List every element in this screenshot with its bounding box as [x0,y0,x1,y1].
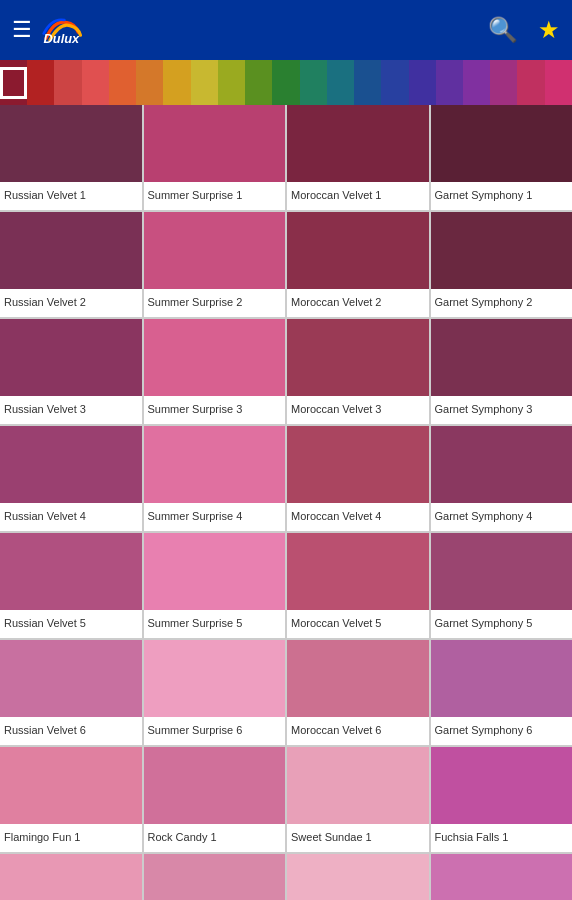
color-swatch [431,640,573,717]
color-swatch [287,319,429,396]
color-label: Summer Surprise 6 [144,717,286,745]
color-label: Russian Velvet 3 [0,396,142,424]
color-cell[interactable]: Sweet Sundae 2 [287,854,429,900]
color-cell[interactable]: Moroccan Velvet 3 [287,319,429,424]
color-strip-segment[interactable] [327,60,354,105]
color-swatch [287,105,429,182]
color-cell[interactable]: Flamingo Fun 1 [0,747,142,852]
color-swatch [431,426,573,503]
color-label: Moroccan Velvet 5 [287,610,429,638]
color-strip-segment[interactable] [245,60,272,105]
color-cell[interactable]: Summer Surprise 4 [144,426,286,531]
color-cell[interactable]: Fuchsia Falls 1 [431,747,573,852]
color-strip-segment[interactable] [82,60,109,105]
color-label: Garnet Symphony 6 [431,717,573,745]
color-swatch [0,747,142,824]
color-label: Russian Velvet 6 [0,717,142,745]
color-swatch [0,426,142,503]
menu-icon[interactable]: ☰ [12,17,32,43]
color-label: Summer Surprise 2 [144,289,286,317]
color-cell[interactable]: Moroccan Velvet 6 [287,640,429,745]
color-cell[interactable]: Flamingo Fun 2 [0,854,142,900]
svg-text:Dulux: Dulux [44,31,80,45]
header-icons: 🔍 ★ [488,16,560,44]
color-swatch [144,533,286,610]
color-cell[interactable]: Summer Surprise 2 [144,212,286,317]
color-cell[interactable]: Rock Candy 1 [144,747,286,852]
color-label: Fuchsia Falls 1 [431,824,573,852]
color-strip-segment[interactable] [354,60,381,105]
color-swatch [144,212,286,289]
color-label: Russian Velvet 5 [0,610,142,638]
color-label: Summer Surprise 5 [144,610,286,638]
color-strip-segment[interactable] [545,60,572,105]
strip-selector-box [0,67,27,99]
color-label: Summer Surprise 4 [144,503,286,531]
color-strip-segment[interactable] [109,60,136,105]
color-label: Russian Velvet 1 [0,182,142,210]
color-cell[interactable]: Moroccan Velvet 1 [287,105,429,210]
color-swatch [431,105,573,182]
color-strip-segment[interactable] [54,60,81,105]
color-cell[interactable]: Garnet Symphony 1 [431,105,573,210]
color-strip-segment[interactable] [163,60,190,105]
color-cell[interactable]: Russian Velvet 6 [0,640,142,745]
color-label: Summer Surprise 3 [144,396,286,424]
color-swatch [144,640,286,717]
color-cell[interactable]: Russian Velvet 1 [0,105,142,210]
color-label: Moroccan Velvet 1 [287,182,429,210]
color-strip-segment[interactable] [272,60,299,105]
favorites-icon[interactable]: ★ [538,16,560,44]
color-strip-segment[interactable] [218,60,245,105]
color-cell[interactable]: Summer Surprise 3 [144,319,286,424]
color-cell[interactable]: Russian Velvet 3 [0,319,142,424]
search-icon[interactable]: 🔍 [488,16,518,44]
color-swatch [287,854,429,900]
color-label: Moroccan Velvet 4 [287,503,429,531]
color-cell[interactable]: Russian Velvet 2 [0,212,142,317]
color-strip-segment[interactable] [490,60,517,105]
color-cell[interactable]: Garnet Symphony 2 [431,212,573,317]
color-cell[interactable]: Garnet Symphony 6 [431,640,573,745]
color-cell[interactable]: Summer Surprise 6 [144,640,286,745]
color-cell[interactable]: Garnet Symphony 4 [431,426,573,531]
color-cell[interactable]: Sweet Sundae 1 [287,747,429,852]
color-swatch [431,747,573,824]
color-swatch [0,854,142,900]
color-swatch [287,533,429,610]
color-strip-segment[interactable] [0,60,27,105]
color-label: Moroccan Velvet 2 [287,289,429,317]
color-cell[interactable]: Russian Velvet 4 [0,426,142,531]
color-cell[interactable]: Russian Velvet 5 [0,533,142,638]
color-label: Russian Velvet 2 [0,289,142,317]
color-swatch [0,319,142,396]
color-cell[interactable]: Fuchsia Falls 2 [431,854,573,900]
color-cell[interactable]: Moroccan Velvet 4 [287,426,429,531]
color-strip-segment[interactable] [191,60,218,105]
color-swatch [144,426,286,503]
color-swatch [144,319,286,396]
color-cell[interactable]: Garnet Symphony 5 [431,533,573,638]
color-cell[interactable]: Moroccan Velvet 2 [287,212,429,317]
color-strip[interactable] [0,60,572,105]
color-cell[interactable]: Garnet Symphony 3 [431,319,573,424]
color-swatch [287,212,429,289]
color-strip-segment[interactable] [300,60,327,105]
color-label: Garnet Symphony 2 [431,289,573,317]
color-strip-segment[interactable] [27,60,54,105]
color-cell[interactable]: Summer Surprise 1 [144,105,286,210]
color-strip-segment[interactable] [409,60,436,105]
logo: Dulux [42,15,84,45]
color-strip-segment[interactable] [136,60,163,105]
color-strip-segment[interactable] [436,60,463,105]
color-swatch [144,105,286,182]
color-swatch [0,212,142,289]
color-cell[interactable]: Moroccan Velvet 5 [287,533,429,638]
color-cell[interactable]: Summer Surprise 5 [144,533,286,638]
color-strip-segment[interactable] [517,60,544,105]
color-cell[interactable]: Rock Candy 2 [144,854,286,900]
color-label: Garnet Symphony 3 [431,396,573,424]
color-strip-segment[interactable] [463,60,490,105]
color-label: Garnet Symphony 5 [431,610,573,638]
color-strip-segment[interactable] [381,60,408,105]
